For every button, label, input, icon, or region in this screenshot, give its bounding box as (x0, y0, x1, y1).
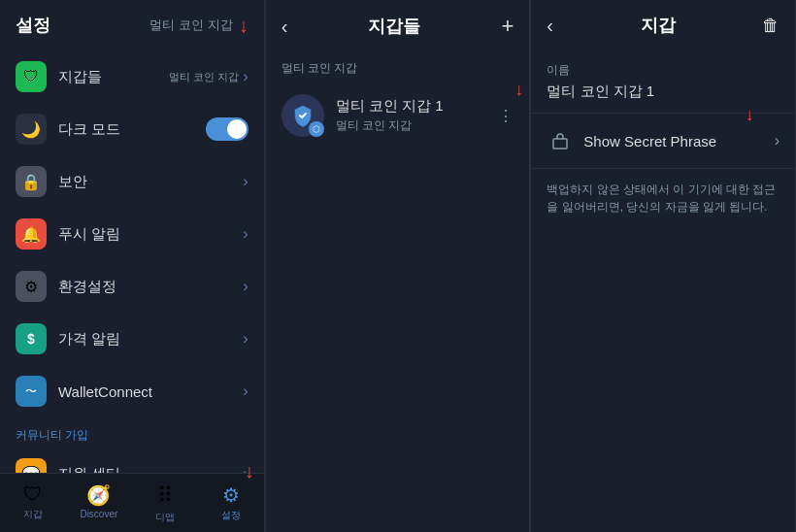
wallets-icon: 🛡 (16, 61, 47, 92)
price-alarm-chevron: › (243, 330, 248, 348)
security-label: 보안 (58, 173, 243, 191)
nav-wallet-label: 지갑 (23, 508, 43, 521)
wallet-name-value: 멀티 코인 지갑 1 (547, 83, 779, 101)
support-icon: 💬 (16, 458, 47, 473)
dark-mode-label: 다크 모드 (58, 120, 206, 139)
bottom-navigation: 🛡 지갑 🧭 Discover ⠿ 디앱 ⚙ 설정 ↓ (0, 473, 264, 532)
wallet-info: 멀티 코인 지갑 1 멀티 코인 지갑 (336, 97, 499, 134)
wallet-name: 멀티 코인 지갑 1 (336, 97, 499, 116)
environment-chevron: › (243, 278, 248, 295)
wallets-panel: ‹ 지갑들 + 멀티 코인 지갑 ⬡ 멀티 코인 지갑 1 멀티 코인 지갑 (266, 0, 532, 532)
wallet-badge: ⬡ (309, 121, 324, 137)
wallets-panel-header: ‹ 지갑들 + (266, 0, 530, 52)
nav-settings-label: 설정 (221, 509, 241, 522)
wallet-section-label: 멀티 코인 지갑 (266, 52, 530, 81)
wallet-detail-title: 지갑 (641, 14, 676, 37)
secret-phrase-chevron: › ↓ (775, 132, 779, 150)
support-label: 지원 센터 (58, 465, 243, 474)
settings-item-walletconnect[interactable]: 〜 WalletConnect › (0, 365, 264, 417)
settings-item-security[interactable]: 🔒 보안 › (0, 155, 264, 208)
warning-text: 백업하지 않은 상태에서 이 기기에 대한 접근을 잃어버리면, 당신의 자금을… (531, 169, 795, 227)
security-chevron: › (243, 173, 248, 190)
wallets-list: 멀티 코인 지갑 ⬡ 멀티 코인 지갑 1 멀티 코인 지갑 ⋮ ↓ (266, 52, 530, 532)
dark-mode-toggle[interactable] (206, 117, 249, 141)
secret-phrase-label: Show Secret Phrase (583, 133, 774, 150)
settings-header: 설정 멀티 코인 지갑 ↓ (0, 0, 264, 50)
wallets-value-text: 멀티 코인 지갑 (169, 70, 239, 84)
wallets-value: 멀티 코인 지갑 (149, 17, 232, 34)
settings-list: 🛡 지갑들 멀티 코인 지갑 › 🌙 다크 모드 🔒 보안 › (0, 50, 264, 473)
nav-wallet-icon: 🛡 (23, 483, 43, 506)
nav-settings-icon: ⚙ (222, 483, 240, 507)
price-alarm-icon: $ (16, 323, 47, 354)
wallets-chevron: › (243, 68, 248, 85)
settings-panel: 설정 멀티 코인 지갑 ↓ 🛡 지갑들 멀티 코인 지갑 › 🌙 다크 모드 (0, 0, 266, 532)
wallets-label: 지갑들 (58, 68, 169, 86)
settings-item-price-alarm[interactable]: $ 가격 알림 › (0, 313, 264, 365)
wallet-more-icon[interactable]: ⋮ ↓ (498, 107, 514, 125)
community-section-label: 커뮤니티 가입 (0, 417, 264, 448)
wallets-add-button[interactable]: + (501, 14, 514, 39)
walletconnect-chevron: › (243, 382, 248, 400)
settings-item-push-alarm[interactable]: 🔔 푸시 알림 › (0, 208, 264, 260)
wallet-detail-panel: ‹ 지갑 🗑 이름 멀티 코인 지갑 1 Show Secret Phrase … (531, 0, 796, 532)
nav-wallet[interactable]: 🛡 지갑 (0, 480, 66, 528)
settings-title: 설정 (16, 14, 50, 37)
wallet-name-section: 이름 멀티 코인 지갑 1 (531, 50, 795, 105)
walletconnect-label: WalletConnect (58, 383, 243, 400)
wallets-right: 멀티 코인 지갑 › (169, 68, 248, 85)
red-arrow-secret: ↓ (746, 105, 754, 125)
settings-item-environment[interactable]: ⚙ 환경설정 › (0, 260, 264, 313)
show-secret-phrase-item[interactable]: Show Secret Phrase › ↓ (531, 113, 795, 169)
settings-item-dark-mode[interactable]: 🌙 다크 모드 (0, 103, 264, 155)
wallet-type: 멀티 코인 지갑 (336, 117, 499, 134)
push-alarm-label: 푸시 알림 (58, 225, 243, 244)
wallet-delete-button[interactable]: 🗑 (762, 16, 779, 36)
environment-label: 환경설정 (58, 278, 243, 296)
secret-phrase-icon (547, 127, 574, 154)
settings-header-right: 멀티 코인 지갑 ↓ (149, 15, 248, 37)
red-arrow-1: ↓ (239, 15, 249, 37)
walletconnect-icon: 〜 (16, 376, 47, 407)
wallet-item-icon: ⬡ (282, 94, 324, 137)
dark-mode-icon: 🌙 (16, 114, 47, 145)
wallet-name-label: 이름 (547, 62, 779, 79)
nav-settings[interactable]: ⚙ 설정 ↓ (198, 480, 264, 528)
wallet-list-item[interactable]: ⬡ 멀티 코인 지갑 1 멀티 코인 지갑 ⋮ ↓ (266, 81, 530, 150)
nav-discover[interactable]: 🧭 Discover (66, 480, 132, 528)
wallets-panel-title: 지갑들 (368, 15, 420, 38)
nav-discover-label: Discover (80, 509, 117, 519)
red-arrow-wallet: ↓ (514, 80, 523, 100)
push-alarm-chevron: › (243, 225, 248, 243)
security-icon: 🔒 (16, 166, 47, 197)
settings-item-wallets[interactable]: 🛡 지갑들 멀티 코인 지갑 › (0, 50, 264, 103)
nav-dapp-icon: ⠿ (157, 483, 173, 509)
red-arrow-bottom: ↓ (245, 460, 254, 482)
wallet-detail-header: ‹ 지갑 🗑 (531, 0, 795, 50)
nav-dapp[interactable]: ⠿ 디앱 (132, 480, 198, 528)
svg-rect-0 (553, 139, 567, 149)
nav-discover-icon: 🧭 (86, 483, 111, 507)
environment-icon: ⚙ (16, 271, 47, 302)
wallet-detail-back-button[interactable]: ‹ (547, 15, 553, 37)
price-alarm-label: 가격 알림 (58, 330, 243, 349)
settings-item-support[interactable]: 💬 지원 센터 › (0, 448, 264, 473)
wallets-back-button[interactable]: ‹ (282, 16, 288, 38)
push-alarm-icon: 🔔 (16, 218, 47, 249)
wallet-detail-content: 이름 멀티 코인 지갑 1 Show Secret Phrase › ↓ 백업하… (531, 50, 795, 532)
nav-dapp-label: 디앱 (155, 511, 175, 524)
